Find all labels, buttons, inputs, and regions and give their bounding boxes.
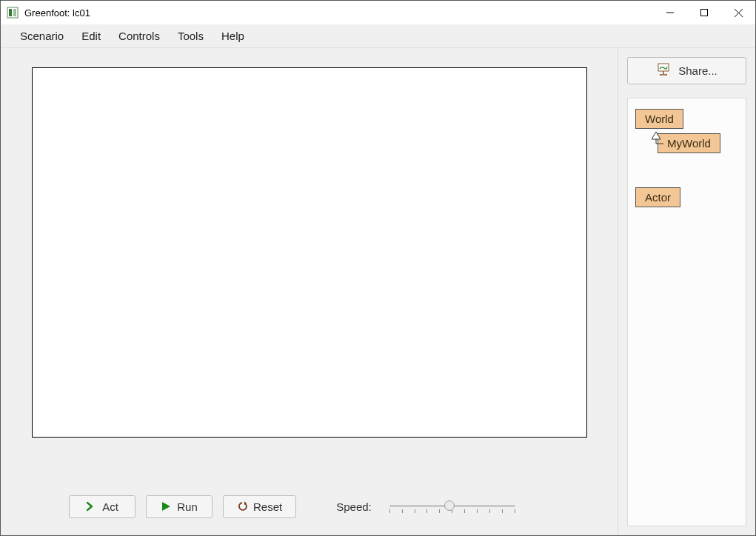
menu-tools[interactable]: Tools	[169, 26, 213, 46]
sidebar: Share... World MyWorld Actor	[618, 48, 755, 535]
menu-edit[interactable]: Edit	[73, 26, 110, 46]
act-label: Act	[102, 500, 118, 513]
left-pane: Act Run Reset Speed:	[1, 48, 618, 535]
close-button[interactable]	[721, 1, 755, 24]
class-actor-row: Actor	[635, 187, 738, 207]
menubar: Scenario Edit Controls Tools Help	[1, 24, 755, 48]
act-button[interactable]: Act	[69, 495, 136, 518]
menu-scenario[interactable]: Scenario	[11, 26, 73, 46]
reset-icon	[237, 501, 247, 512]
content-area: Act Run Reset Speed:	[1, 48, 755, 535]
slider-thumb[interactable]	[444, 500, 455, 511]
control-bar: Act Run Reset Speed:	[1, 483, 618, 535]
minimize-button[interactable]	[653, 1, 687, 24]
titlebar: Greenfoot: lc01	[1, 1, 755, 24]
window-title: Greenfoot: lc01	[24, 7, 653, 19]
share-label: Share...	[678, 64, 717, 77]
share-button[interactable]: Share...	[627, 57, 746, 84]
svg-rect-4	[701, 10, 708, 16]
class-world-row: World MyWorld	[635, 109, 738, 153]
svg-rect-1	[9, 9, 12, 16]
svg-rect-2	[13, 9, 16, 16]
reset-label: Reset	[253, 500, 282, 513]
act-icon	[86, 501, 96, 512]
svg-marker-7	[162, 502, 170, 511]
play-icon	[161, 501, 171, 512]
speed-slider[interactable]	[389, 499, 515, 514]
speed-label: Speed:	[336, 500, 372, 513]
run-button[interactable]: Run	[146, 495, 213, 518]
world-canvas[interactable]	[32, 67, 587, 438]
class-diagram-panel: World MyWorld Actor	[627, 98, 746, 526]
class-myworld[interactable]: MyWorld	[658, 133, 720, 153]
run-label: Run	[177, 500, 198, 513]
svg-marker-14	[652, 132, 660, 139]
menu-help[interactable]: Help	[213, 26, 253, 46]
maximize-button[interactable]	[687, 1, 721, 24]
menu-controls[interactable]: Controls	[110, 26, 169, 46]
world-viewport-wrap	[1, 48, 618, 483]
class-actor[interactable]: Actor	[635, 187, 680, 207]
inherit-arrow-icon	[652, 132, 663, 147]
app-icon	[7, 7, 19, 19]
class-myworld-row: MyWorld	[649, 133, 738, 153]
class-world[interactable]: World	[635, 109, 683, 129]
share-icon	[656, 63, 671, 78]
reset-button[interactable]: Reset	[223, 495, 296, 518]
